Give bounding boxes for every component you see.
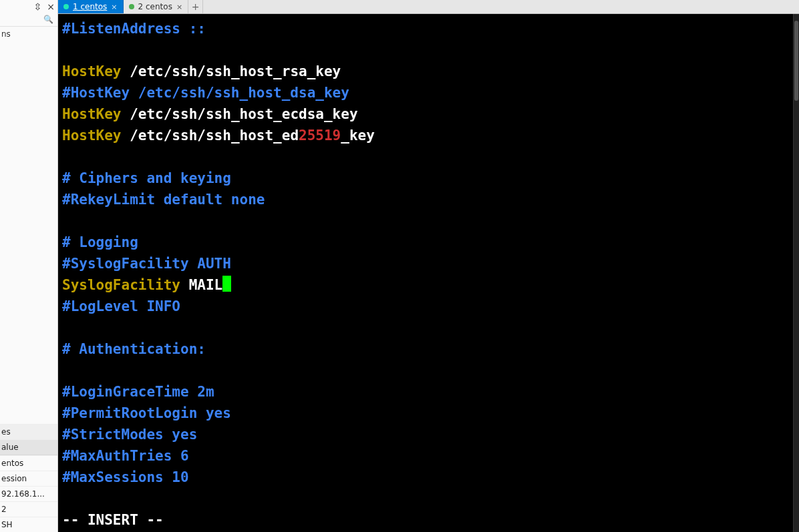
properties-row: entos [0,455,57,471]
close-icon[interactable]: × [176,3,182,11]
editor-line [62,360,795,381]
close-icon[interactable]: × [111,3,117,11]
editor-line: HostKey /etc/ssh/ssh_host_rsa_key [62,61,795,82]
code-token: #LogLevel INFO [62,298,180,314]
properties-row: SH [0,517,57,532]
status-dot-icon [63,4,69,9]
side-panel-controls: ⇳ × [0,0,57,12]
code-token: #LoginGraceTime 2m [62,384,214,400]
code-token: #MaxAuthTries 6 [62,448,189,464]
code-token: /etc/ssh/ssh_host_ed [122,127,299,144]
code-token: MAIL [180,277,222,293]
code-token: /etc/ssh/ssh_host_rsa_key [122,63,341,79]
code-token: /etc/ssh/ssh_host_ecdsa_key [122,106,358,122]
editor-line: #RekeyLimit default none [62,189,795,210]
status-dot-icon [129,4,134,9]
editor-line [62,39,795,61]
editor-line: #HostKey /etc/ssh/ssh_host_dsa_key [62,82,795,103]
editor-line [62,210,795,232]
editor-line: HostKey /etc/ssh/ssh_host_ed25519_key [62,125,795,146]
editor-line: SyslogFacility MAIL [62,274,795,296]
code-token: _key [341,127,375,144]
code-token: HostKey [62,63,122,79]
code-token: SyslogFacility [62,277,180,293]
editor-line: # Authentication: [62,338,795,360]
code-token: # Logging [62,234,138,250]
code-token: #StrictModes yes [62,427,197,443]
editor-line [62,317,795,338]
terminal-vim-editor[interactable]: #ListenAddress :: HostKey /etc/ssh/ssh_h… [58,14,799,532]
code-token: #SyslogFacility AUTH [62,256,231,272]
editor-line: #MaxAuthTries 6 [62,445,795,467]
side-panel-tree-label: ns [0,27,57,41]
close-icon[interactable]: × [47,1,55,12]
code-token: 25519 [299,127,341,144]
editor-line: #SyslogFacility AUTH [62,253,795,274]
editor-line: HostKey /etc/ssh/ssh_host_ecdsa_key [62,103,795,125]
properties-row: ession [0,471,57,486]
editor-line: #PermitRootLogin yes [62,403,795,424]
editor-line: #ListenAddress :: [62,18,795,39]
tab-session-2[interactable]: 2 centos × [124,0,189,13]
editor-line: #LogLevel INFO [62,296,795,317]
side-panel: ⇳ × 🔍 ns es alue entos ession 92.168.1..… [0,0,58,532]
editor-line: # Logging [62,232,795,253]
properties-row: 2 [0,501,57,517]
properties-header-2: alue [0,439,57,455]
code-token: #RekeyLimit default none [62,192,265,208]
vim-status-line: -- INSERT -- [62,509,795,531]
properties-row: 92.168.1... [0,486,57,501]
side-panel-properties: es alue entos ession 92.168.1... 2 SH [0,424,57,532]
editor-line [62,146,795,168]
properties-header-1: es [0,424,57,439]
tab-bar: 1 centos × 2 centos × + [58,0,799,14]
terminal-scrollbar[interactable] [793,14,799,532]
editor-line: #LoginGraceTime 2m [62,381,795,403]
editor-line: #MaxSessions 10 [62,467,795,488]
side-panel-search[interactable]: 🔍 [0,12,57,27]
tab-label: 1 centos [73,2,107,11]
code-token: #MaxSessions 10 [62,469,189,485]
code-token: # Ciphers and keying [62,170,231,186]
tab-label: 2 centos [138,2,172,11]
editor-line: # Ciphers and keying [62,168,795,189]
tab-session-1[interactable]: 1 centos × [58,0,124,13]
pin-icon[interactable]: ⇳ [34,1,42,12]
editor-line: #StrictModes yes [62,424,795,445]
cursor [222,276,231,292]
code-token: #ListenAddress :: [62,21,206,37]
code-token: HostKey [62,127,122,144]
tab-add-button[interactable]: + [188,0,203,13]
editor-line [62,488,795,509]
code-token: HostKey [62,106,122,122]
code-token: # Authentication: [62,341,206,357]
code-token: #PermitRootLogin yes [62,405,231,421]
search-icon: 🔍 [43,15,53,24]
scrollbar-thumb[interactable] [794,21,798,101]
code-token: #HostKey /etc/ssh/ssh_host_dsa_key [62,85,349,101]
